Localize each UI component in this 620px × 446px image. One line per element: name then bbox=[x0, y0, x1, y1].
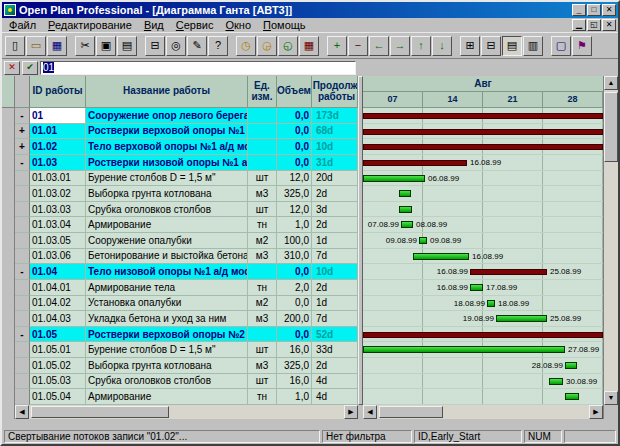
expand-all-icon[interactable]: ⊞ bbox=[460, 36, 480, 56]
cell-unit[interactable]: тн bbox=[248, 217, 277, 233]
cell-volume[interactable]: 325,0 bbox=[277, 358, 312, 374]
cell-duration[interactable]: 2d bbox=[312, 186, 358, 202]
expand-toggle[interactable]: - bbox=[15, 155, 30, 171]
close-button[interactable]: ✕ bbox=[602, 4, 616, 16]
move-up-icon[interactable]: ↑ bbox=[411, 36, 431, 56]
cell-id[interactable]: 01.03.06 bbox=[30, 249, 86, 265]
cell-unit[interactable]: шт bbox=[248, 374, 277, 390]
gantt-horizontal-scrollbar[interactable]: ◀ ▶ bbox=[363, 405, 603, 419]
cell-volume[interactable]: 310,0 bbox=[277, 249, 312, 265]
summary-bar[interactable] bbox=[363, 332, 603, 338]
cell-id[interactable]: 01.03.05 bbox=[30, 233, 86, 249]
cell-id[interactable]: 01.04.02 bbox=[30, 296, 86, 312]
cell-duration[interactable]: 7d bbox=[312, 249, 358, 265]
menu-item-2[interactable]: Вид bbox=[138, 19, 170, 31]
clock-early-icon[interactable]: ◷ bbox=[236, 36, 256, 56]
cell-id[interactable]: 01.04.01 bbox=[30, 280, 86, 296]
minimize-button[interactable]: _ bbox=[572, 4, 586, 16]
task-bar[interactable] bbox=[363, 175, 425, 182]
table-scroll-left-button[interactable]: ◀ bbox=[15, 405, 29, 419]
screen-settings-icon[interactable]: ▢ bbox=[551, 36, 571, 56]
cell-name[interactable]: Бурение столбов D = 1,5 м" bbox=[86, 171, 248, 187]
task-bar[interactable] bbox=[496, 315, 547, 322]
cell-duration[interactable]: 10d bbox=[312, 264, 358, 280]
print-icon[interactable]: ⊟ bbox=[145, 36, 165, 56]
gantt-scroll-left-button[interactable]: ◀ bbox=[363, 405, 377, 419]
summary-bar[interactable] bbox=[363, 113, 603, 119]
task-bar[interactable] bbox=[565, 393, 579, 400]
cell-name[interactable]: Срубка оголовков столбов bbox=[86, 202, 248, 218]
cell-duration[interactable]: 4d bbox=[312, 389, 358, 405]
indent-icon[interactable]: → bbox=[390, 36, 410, 56]
column-header[interactable]: Объем bbox=[277, 76, 312, 108]
cell-name[interactable]: Ростверки низовой опоры №1 а/д м bbox=[86, 155, 248, 171]
expand-toggle[interactable]: - bbox=[15, 264, 30, 280]
cell-duration[interactable]: 3d bbox=[312, 202, 358, 218]
cell-id[interactable]: 01.04 bbox=[30, 264, 86, 280]
cell-id[interactable]: 01.03.02 bbox=[30, 186, 86, 202]
cell-unit[interactable]: м3 bbox=[248, 249, 277, 265]
summary-bar[interactable] bbox=[363, 144, 603, 150]
cell-id[interactable]: 01.03.03 bbox=[30, 202, 86, 218]
select-all-corner[interactable] bbox=[2, 76, 14, 108]
summary-bar[interactable] bbox=[470, 269, 547, 275]
cell-unit[interactable]: тн bbox=[248, 389, 277, 405]
task-bar[interactable] bbox=[549, 378, 563, 385]
cell-volume[interactable]: 325,0 bbox=[277, 186, 312, 202]
cell-duration[interactable]: 33d bbox=[312, 342, 358, 358]
cell-edit-input[interactable]: 01 bbox=[40, 61, 356, 75]
cell-unit[interactable] bbox=[248, 108, 277, 124]
copy-icon[interactable]: ▣ bbox=[96, 36, 116, 56]
cell-volume[interactable]: 16,0 bbox=[277, 374, 312, 390]
gantt-scroll-thumb[interactable] bbox=[379, 406, 443, 418]
table-scroll-thumb[interactable] bbox=[31, 406, 169, 418]
cell-volume[interactable]: 0,0 bbox=[277, 296, 312, 312]
gantt-view-icon[interactable]: ▤ bbox=[502, 36, 522, 56]
cell-volume[interactable]: 12,0 bbox=[277, 171, 312, 187]
properties-icon[interactable]: ✎ bbox=[187, 36, 207, 56]
cell-name[interactable]: Укладка бетона и уход за ним bbox=[86, 311, 248, 327]
menu-item-4[interactable]: Окно bbox=[219, 19, 257, 31]
cell-name[interactable]: Бетонирование и выстойка бетона bbox=[86, 249, 248, 265]
expand-toggle[interactable]: - bbox=[15, 108, 30, 124]
cell-name[interactable]: Армирование bbox=[86, 217, 248, 233]
expand-toggle[interactable]: + bbox=[15, 124, 30, 140]
task-bar[interactable] bbox=[470, 284, 483, 291]
spreadsheet-view-icon[interactable]: ▥ bbox=[523, 36, 543, 56]
cell-volume[interactable]: 100,0 bbox=[277, 233, 312, 249]
cell-duration[interactable]: 1d bbox=[312, 296, 358, 312]
column-header[interactable]: Ед. изм. bbox=[248, 76, 277, 108]
cell-unit[interactable] bbox=[248, 124, 277, 140]
cell-duration[interactable]: 10d bbox=[312, 139, 358, 155]
save-icon[interactable]: ▦ bbox=[47, 36, 67, 56]
cell-name[interactable]: Сооружение опор левого берега bbox=[86, 108, 248, 124]
cell-duration[interactable]: 4d bbox=[312, 374, 358, 390]
collapse-all-icon[interactable]: ⊟ bbox=[481, 36, 501, 56]
summary-bar[interactable] bbox=[363, 129, 603, 135]
mdi-minimize-button[interactable]: ▁ bbox=[572, 19, 586, 31]
cell-name[interactable]: Выборка грунта котлована bbox=[86, 358, 248, 374]
cell-name[interactable]: Ростверки верховой опоры №1 а/д bbox=[86, 124, 248, 140]
vertical-scrollbar[interactable]: ▲ ▼ bbox=[603, 76, 618, 405]
cell-unit[interactable] bbox=[248, 139, 277, 155]
cell-volume[interactable]: 12,0 bbox=[277, 202, 312, 218]
paste-icon[interactable]: ▤ bbox=[117, 36, 137, 56]
cell-name[interactable]: Армирование тела bbox=[86, 280, 248, 296]
print-preview-icon[interactable]: ◎ bbox=[166, 36, 186, 56]
menu-item-5[interactable]: Помощь bbox=[257, 19, 312, 31]
cell-id[interactable]: 01.05.02 bbox=[30, 358, 86, 374]
new-file-icon[interactable]: ▯ bbox=[5, 36, 25, 56]
cell-unit[interactable] bbox=[248, 264, 277, 280]
cell-volume[interactable]: 1,0 bbox=[277, 389, 312, 405]
cell-name[interactable]: Армирование bbox=[86, 389, 248, 405]
cell-id[interactable]: 01.03.01 bbox=[30, 171, 86, 187]
mdi-restore-button[interactable]: ◱ bbox=[587, 19, 601, 31]
cell-volume[interactable]: 0,0 bbox=[277, 139, 312, 155]
summary-bar[interactable] bbox=[363, 160, 467, 166]
cell-id[interactable]: 01.05.01 bbox=[30, 342, 86, 358]
app-icon[interactable] bbox=[4, 4, 16, 16]
cell-duration[interactable]: 7d bbox=[312, 311, 358, 327]
cell-id[interactable]: 01.01 bbox=[30, 124, 86, 140]
add-activity-icon[interactable]: + bbox=[327, 36, 347, 56]
task-bar[interactable] bbox=[487, 300, 495, 307]
